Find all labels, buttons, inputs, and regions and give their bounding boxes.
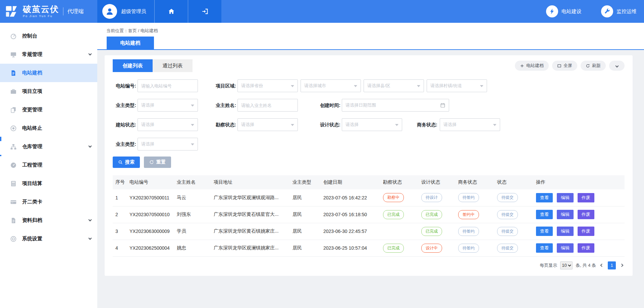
header-right-nav: 电站建设 监控运维: [221, 0, 644, 23]
tab-create-list[interactable]: 创建列表: [113, 59, 153, 72]
status-badge: 已完成: [383, 210, 404, 219]
page-tab-station-filing[interactable]: 电站建档: [107, 37, 154, 49]
edit-button[interactable]: 编辑: [557, 210, 574, 219]
col-header: 创建日期: [321, 175, 380, 189]
search-button[interactable]: 搜索: [113, 157, 140, 168]
design-status-label: 设计状态:: [316, 118, 340, 131]
date-range-picker[interactable]: 请选择日期范围: [342, 99, 449, 112]
nav-station-build[interactable]: 电站建设: [546, 5, 582, 17]
sidebar-item-change-mgmt[interactable]: 变更管理: [0, 101, 97, 119]
sidebar-item-station-filing[interactable]: 电站建档: [0, 64, 97, 82]
edit-button[interactable]: 编辑: [557, 193, 574, 202]
app-subtitle: Po Jian Yun Fu: [23, 14, 59, 18]
sidebar-item-project-settlement[interactable]: 项目结算: [0, 174, 97, 193]
sidebar-item-warehouse-mgmt[interactable]: 仓库管理: [0, 137, 97, 156]
void-button[interactable]: 作废: [578, 227, 594, 236]
chevron-down-icon: [89, 52, 92, 55]
col-header: 勘察状态: [380, 175, 419, 189]
sidebar-item-archive[interactable]: 资料归档: [0, 211, 97, 230]
table-row: 2 YX2023070500010 刘强东 广东深圳龙华区黄石镇星官大... 居…: [113, 206, 625, 223]
view-button[interactable]: 查看: [536, 227, 553, 236]
district-select[interactable]: 请选择县/区: [364, 79, 424, 92]
sidebar-item-system-settings[interactable]: 系统设置: [0, 230, 97, 248]
sidebar-item-label: 开二类卡: [22, 199, 42, 205]
avatar: [102, 4, 117, 19]
town-select[interactable]: 请选择村镇/街道: [427, 79, 487, 92]
station-no-input[interactable]: [138, 79, 198, 92]
status-badge: 待设计: [421, 193, 442, 202]
sidebar-item-class2-card[interactable]: 开二类卡: [0, 193, 97, 211]
owner-type-select[interactable]: 请选择: [138, 99, 198, 112]
filter-actions: 搜索 重置: [113, 157, 625, 168]
col-header: 电站编号: [127, 175, 174, 189]
chevron-right-icon: [620, 264, 624, 267]
user-name: 超级管理员: [121, 8, 146, 15]
create-station-button[interactable]: 电站建档: [515, 61, 549, 71]
chevron-down-icon: [89, 218, 92, 221]
home-button[interactable]: [154, 0, 188, 23]
status-badge: 待提交: [497, 227, 518, 236]
filter-panel: 电站编号: 项目区域: 请选择省份 请选择城市 请选择县/区 请选择村镇/街道 …: [113, 79, 625, 150]
reset-button[interactable]: 重置: [144, 157, 171, 168]
sidebar-item-project-setup[interactable]: 项目立项: [0, 82, 97, 101]
refresh-button[interactable]: 刷新: [581, 61, 606, 71]
sidebar-item-station-terminate[interactable]: 电站终止: [0, 119, 97, 137]
prev-page-button[interactable]: [599, 264, 605, 266]
portal-label: 代理端: [63, 7, 84, 15]
dropdown-arrow-icon: [191, 124, 194, 128]
fullscreen-button[interactable]: 全屏: [552, 61, 577, 71]
owner-type2-select[interactable]: 请选择: [138, 138, 198, 150]
page-number-current[interactable]: 1: [608, 261, 616, 269]
view-button[interactable]: 查看: [536, 243, 553, 253]
next-page-button[interactable]: [619, 264, 625, 266]
edit-button[interactable]: 编辑: [557, 243, 574, 253]
pagination: 每页显示 10 条, 共 4 条 1: [113, 261, 625, 269]
sidebar-scrollbar-mark: [0, 137, 1, 141]
view-button[interactable]: 查看: [536, 210, 553, 219]
nav-monitor-ops[interactable]: 监控运维: [601, 5, 637, 17]
sidebar-item-label: 常规管理: [22, 51, 42, 58]
status-badge: 已完成: [421, 227, 442, 236]
calculator-icon: [10, 180, 17, 187]
collapse-button[interactable]: [609, 61, 625, 71]
status-badge: 已完成: [421, 210, 442, 219]
void-button[interactable]: 作废: [578, 210, 594, 219]
void-button[interactable]: 作废: [578, 243, 594, 253]
user-menu[interactable]: 超级管理员: [97, 0, 154, 23]
owner-name-label: 业主姓名:: [212, 99, 236, 112]
app-header: 破茧云伏 Po Jian Yun Fu 代理端 超级管理员: [0, 0, 644, 23]
province-select[interactable]: 请选择省份: [237, 79, 298, 92]
view-button[interactable]: 查看: [536, 193, 553, 202]
table-row: 3 YX2023063000009 学员 广东深圳龙华区黄石镇姚家庄... 居民…: [113, 223, 625, 240]
home-icon: [168, 8, 175, 15]
sidebar-item-general-mgmt[interactable]: 常规管理: [0, 45, 97, 64]
owner-name-input[interactable]: [237, 99, 298, 112]
col-header: 业主类型: [290, 175, 321, 189]
status-badge: 待提交: [497, 193, 518, 202]
list-tabs: 创建列表 通过列表: [113, 59, 193, 72]
col-header: 序号: [113, 175, 127, 189]
per-page-select[interactable]: 10: [560, 261, 573, 269]
status-badge: 待签约: [458, 193, 479, 202]
calendar-icon: [440, 103, 445, 108]
dropdown-arrow-icon: [291, 85, 294, 89]
station-table: 序号 电站编号 业主姓名 项目地址 业主类型 创建日期 勘察状态 设计状态 商务…: [113, 175, 625, 257]
col-header: 项目地址: [211, 175, 290, 189]
breadcrumb-label: 当前位置：: [106, 28, 128, 33]
design-status-select[interactable]: 请选择: [342, 118, 402, 131]
chevron-down-icon: [615, 64, 619, 67]
edit-button[interactable]: 编辑: [557, 227, 574, 236]
sidebar-item-engineering-mgmt[interactable]: 工程管理: [0, 156, 97, 174]
survey-status-select[interactable]: 请选择: [237, 118, 298, 131]
reset-label: 重置: [156, 159, 166, 165]
logout-button[interactable]: [188, 0, 221, 23]
city-select[interactable]: 请选择城市: [301, 79, 361, 92]
plus-icon: [520, 64, 524, 68]
void-button[interactable]: 作废: [578, 193, 594, 202]
sidebar-item-console[interactable]: 控制台: [0, 27, 97, 45]
chevron-down-icon: [89, 236, 92, 240]
tab-passed-list[interactable]: 通过列表: [153, 59, 193, 72]
build-status-select[interactable]: 请选择: [138, 118, 198, 131]
breadcrumb-path[interactable]: 首页 / 电站建档: [128, 28, 158, 33]
business-status-select[interactable]: 请选择: [440, 118, 500, 131]
